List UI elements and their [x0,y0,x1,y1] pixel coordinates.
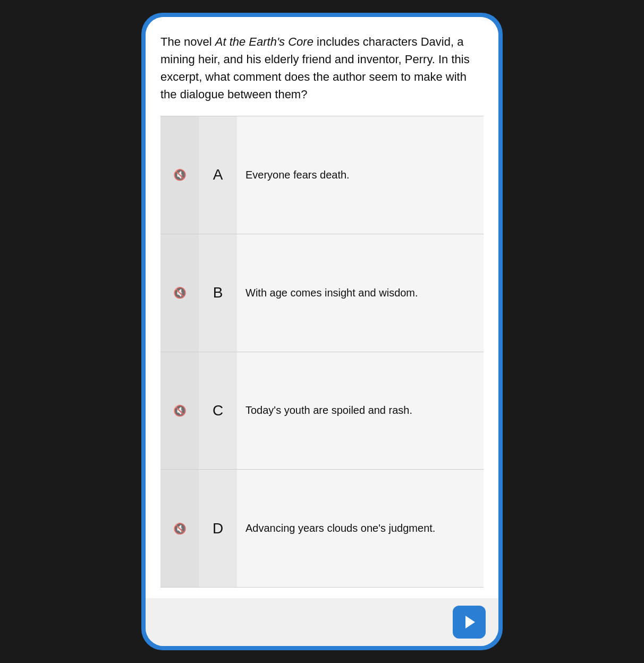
answer-text-b[interactable]: With age comes insight and wisdom. [237,234,484,352]
next-arrow-icon [465,616,475,628]
mute-icon-d [173,522,187,535]
audio-button-a[interactable] [160,116,199,234]
answer-row-d: D Advancing years clouds one's judgment. [160,470,484,588]
answer-letter-a[interactable]: A [199,116,237,234]
audio-button-b[interactable] [160,234,199,352]
answer-letter-b[interactable]: B [199,234,237,352]
content-area: The novel At the Earth's Core includes c… [146,17,498,598]
answer-text-d[interactable]: Advancing years clouds one's judgment. [237,470,484,588]
phone-screen: The novel At the Earth's Core includes c… [146,17,498,646]
mute-icon-b [173,286,187,299]
answer-text-c[interactable]: Today's youth are spoiled and rash. [237,352,484,470]
mute-icon-c [173,404,187,417]
audio-button-d[interactable] [160,470,199,588]
bottom-area [146,598,498,646]
answer-text-a[interactable]: Everyone fears death. [237,116,484,234]
phone-frame: The novel At the Earth's Core includes c… [141,13,503,650]
question-text: The novel At the Earth's Core includes c… [160,33,484,103]
answer-letter-d[interactable]: D [199,470,237,588]
next-button[interactable] [453,606,486,639]
mute-icon-a [173,168,187,181]
answer-row-a: A Everyone fears death. [160,116,484,234]
answer-letter-c[interactable]: C [199,352,237,470]
answer-row-c: C Today's youth are spoiled and rash. [160,352,484,470]
answer-row-b: B With age comes insight and wisdom. [160,234,484,352]
answer-table: A Everyone fears death. B With age comes… [160,116,484,588]
audio-button-c[interactable] [160,352,199,470]
